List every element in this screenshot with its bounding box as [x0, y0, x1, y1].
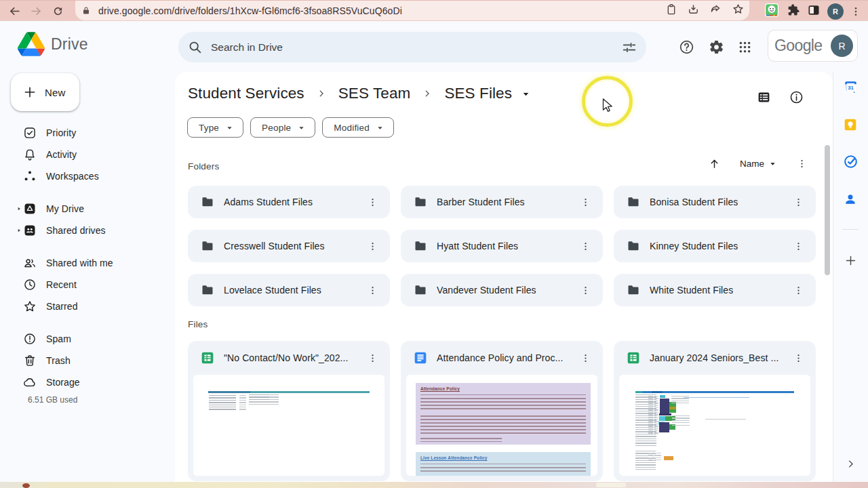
more-options-icon[interactable] [578, 283, 593, 298]
keep-icon[interactable] [838, 113, 863, 137]
breadcrumb-item[interactable]: Student Services [184, 83, 309, 104]
details-info-icon[interactable] [785, 86, 807, 108]
files-heading: Files [188, 319, 208, 329]
sidebar-item-label: Storage [46, 377, 80, 388]
url-text[interactable]: drive.google.com/drive/folders/1hXcw-fGl… [98, 5, 402, 16]
sidebar-item-my-drive[interactable]: My Drive [0, 198, 175, 220]
expander-icon[interactable] [16, 228, 22, 233]
address-bar[interactable]: drive.google.com/drive/folders/1hXcw-fGl… [75, 1, 749, 20]
account-avatar[interactable]: R [831, 35, 853, 57]
search-placeholder[interactable]: Search in Drive [211, 41, 283, 54]
hide-side-panel-icon[interactable] [838, 451, 863, 476]
search-options-icon[interactable] [622, 40, 637, 55]
more-options-icon[interactable] [791, 195, 806, 210]
plus-icon [23, 85, 37, 99]
new-button-label: New [45, 87, 66, 98]
sort-caret-icon[interactable] [769, 160, 776, 167]
more-options-icon[interactable] [791, 239, 806, 254]
folder-card[interactable]: White Student Files [614, 274, 816, 306]
drive-logo[interactable] [18, 32, 45, 56]
expander-icon[interactable] [16, 206, 22, 211]
folder-card[interactable]: Cresswell Student Files [188, 230, 390, 262]
sidebar-item-label: Starred [46, 301, 78, 312]
sidebar-item-starred[interactable]: Starred [0, 296, 175, 317]
folder-card[interactable]: Lovelace Student Files [188, 274, 390, 306]
sidebar-item-spam[interactable]: Spam [0, 328, 175, 350]
search-icon [188, 40, 202, 54]
folder-name: Barber Student Files [437, 197, 525, 207]
bookmark-star-icon[interactable] [732, 3, 744, 18]
my-drive-icon [23, 202, 37, 216]
browser-forward-icon[interactable] [28, 3, 44, 19]
apps-grid-icon[interactable] [736, 38, 753, 56]
more-options-icon[interactable] [365, 239, 380, 254]
file-preview-thumbnail: Attendance PolicyLive Lesson Attendance … [406, 375, 597, 476]
folder-card[interactable]: Adams Student Files [188, 186, 390, 218]
extensions-puzzle-icon[interactable] [787, 3, 800, 20]
browser-menu-icon[interactable] [850, 6, 861, 17]
folder-card[interactable]: Hyatt Student Files [401, 230, 603, 262]
folder-card[interactable]: Barber Student Files [401, 186, 603, 218]
sidebar-item-workspaces[interactable]: Workspaces [0, 165, 175, 187]
browser-profile-avatar[interactable]: R [827, 3, 844, 20]
sidebar-item-label: Activity [46, 149, 77, 160]
sidebar-item-shared-with-me[interactable]: Shared with me [0, 252, 175, 274]
browser-reload-icon[interactable] [50, 3, 66, 19]
more-options-icon[interactable] [578, 350, 593, 366]
file-card[interactable]: January 2024 Seniors_Best ... [614, 341, 816, 481]
bitmoji-extension-icon[interactable] [764, 2, 780, 21]
breadcrumb-menu-caret-icon[interactable] [521, 89, 530, 98]
google-account-chip: Google R [768, 30, 858, 62]
more-options-icon[interactable] [578, 195, 593, 210]
sidebar-item-label: Shared drives [46, 225, 106, 236]
filter-chip-label: Type [199, 123, 219, 133]
folder-card[interactable]: Kinney Student Files [614, 230, 816, 262]
sort-by-name[interactable]: Name [740, 159, 764, 169]
tasks-icon[interactable] [838, 149, 863, 174]
breadcrumb-item[interactable]: SES Team [334, 83, 415, 104]
download-icon[interactable] [688, 3, 699, 18]
more-options-icon[interactable] [365, 195, 380, 210]
file-card[interactable]: "No Contact/No Work"_202... [188, 341, 390, 481]
section-menu-icon[interactable] [797, 159, 807, 169]
sidebar-item-storage[interactable]: Storage [0, 371, 175, 393]
side-panel-icon[interactable] [807, 3, 821, 20]
folder-card[interactable]: Bonisa Student Files [614, 186, 816, 218]
more-options-icon[interactable] [365, 283, 380, 298]
calendar-icon[interactable]: 31 [838, 75, 863, 99]
sidebar-item-priority[interactable]: Priority [0, 122, 175, 144]
new-button[interactable]: New [11, 73, 79, 111]
breadcrumb-item[interactable]: SES Files [440, 83, 516, 104]
filter-chip-people[interactable]: People [250, 117, 315, 138]
clipboard-icon[interactable] [666, 4, 677, 18]
contacts-icon[interactable] [838, 187, 863, 211]
sidebar-item-trash[interactable]: Trash [0, 350, 175, 371]
help-icon[interactable] [677, 38, 695, 56]
settings-gear-icon[interactable] [707, 38, 725, 56]
sidebar-item-recent[interactable]: Recent [0, 274, 175, 296]
more-options-icon[interactable] [791, 283, 806, 298]
main-scrollbar[interactable] [825, 145, 830, 275]
desktop-strip [0, 482, 868, 488]
folder-card[interactable]: Vandever Student Files [401, 274, 603, 306]
list-view-toggle-icon[interactable] [753, 86, 774, 108]
sort-direction-icon[interactable] [707, 158, 722, 169]
file-card[interactable]: Attendance Policy and Proc...Attendance … [401, 341, 603, 481]
sidebar-item-shared-drives[interactable]: Shared drives [0, 220, 175, 241]
browser-back-icon[interactable] [6, 3, 22, 19]
filter-chip-type[interactable]: Type [187, 117, 243, 138]
more-options-icon[interactable] [365, 350, 380, 366]
folder-icon [201, 239, 214, 253]
share-icon[interactable] [710, 3, 722, 18]
more-options-icon[interactable] [791, 350, 806, 366]
storage-caption: 6.51 GB used [28, 395, 77, 405]
more-options-icon[interactable] [578, 239, 593, 254]
file-card-header: January 2024 Seniors_Best ... [614, 341, 816, 375]
filter-chip-modified[interactable]: Modified [322, 117, 394, 138]
folder-name: Adams Student Files [224, 197, 313, 207]
sidebar-item-activity[interactable]: Activity [0, 144, 175, 165]
search-bar[interactable]: Search in Drive [178, 32, 646, 62]
workspaces-icon [23, 169, 37, 183]
google-docs-icon [414, 351, 427, 365]
get-addons-icon[interactable] [838, 248, 863, 272]
